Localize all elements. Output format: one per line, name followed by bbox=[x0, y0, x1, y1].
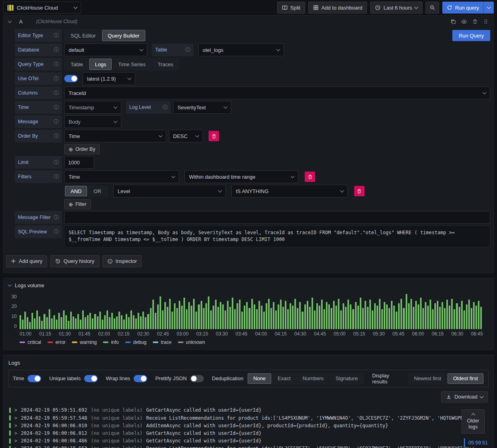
editor-type-sql-editor[interactable]: SQL Editor bbox=[65, 30, 101, 41]
add-filter-button[interactable]: ⊕ Filter bbox=[64, 199, 91, 209]
order-by-direction-select[interactable]: DESC bbox=[169, 130, 203, 142]
use-otel-toggle[interactable] bbox=[64, 75, 78, 82]
expand-log-icon[interactable]: > bbox=[14, 415, 17, 421]
columns-multiselect[interactable]: TraceId bbox=[64, 87, 490, 99]
dedup-exact[interactable]: Exact bbox=[272, 373, 296, 384]
add-query-button[interactable]: Add query bbox=[6, 255, 47, 267]
filter-operator-select[interactable]: Within dashboard time range bbox=[185, 170, 298, 183]
delete-query-trash-icon[interactable] bbox=[472, 19, 478, 24]
log-level-column-select[interactable]: SeverityText bbox=[173, 101, 231, 114]
plus-circle-icon: ⊕ bbox=[69, 201, 73, 207]
info-icon[interactable]: ⓘ bbox=[54, 62, 59, 67]
message-filter-input[interactable] bbox=[64, 211, 490, 224]
info-icon[interactable]: ⓘ bbox=[54, 76, 59, 81]
legend-item[interactable]: unknown bbox=[178, 339, 205, 345]
panel-run-query-button[interactable]: Run Query bbox=[452, 30, 490, 41]
conjunction-or[interactable]: OR bbox=[88, 186, 107, 196]
add-order-by-button[interactable]: ⊕ Order By bbox=[64, 144, 100, 154]
inspector-button[interactable]: Inspector bbox=[103, 255, 142, 267]
dedup-none[interactable]: None bbox=[248, 373, 271, 384]
download-button[interactable]: Download bbox=[441, 391, 488, 403]
duplicate-query-icon[interactable] bbox=[450, 19, 456, 24]
info-icon[interactable]: ⓘ bbox=[54, 91, 59, 96]
info-icon[interactable]: ⓘ bbox=[54, 33, 59, 38]
split-button[interactable]: Split bbox=[277, 2, 305, 14]
older-logs-button[interactable]: Older logs bbox=[461, 409, 485, 434]
expand-log-icon[interactable]: > bbox=[14, 438, 17, 444]
y-axis-tick: 30 bbox=[12, 294, 17, 300]
x-axis-tick: 05:15 bbox=[353, 331, 365, 337]
log-row[interactable]: >2024-02-19 05:59:51.692(no unique label… bbox=[9, 407, 493, 414]
expand-log-icon[interactable]: > bbox=[14, 446, 17, 448]
remove-order-by-button[interactable] bbox=[209, 131, 219, 141]
logs-volume-header[interactable]: Logs volume bbox=[4, 278, 493, 290]
log-row[interactable]: >2024-02-19 06:00:06.010(no unique label… bbox=[9, 422, 493, 429]
time-toggle[interactable] bbox=[28, 375, 41, 382]
remove-filter-button[interactable] bbox=[305, 172, 315, 182]
expand-log-icon[interactable]: > bbox=[14, 407, 17, 413]
editor-type-query-builder[interactable]: Query Builder bbox=[102, 30, 145, 41]
add-to-dashboard-button[interactable]: Add to dashboard bbox=[308, 2, 367, 14]
legend-label: error bbox=[55, 339, 65, 345]
prettify-json-toggle[interactable] bbox=[190, 375, 204, 382]
info-icon[interactable]: ⓘ bbox=[54, 134, 59, 139]
info-icon[interactable]: ⓘ bbox=[54, 105, 59, 110]
message-column-select[interactable]: Body bbox=[64, 115, 121, 128]
conjunction-and[interactable]: AND bbox=[65, 186, 87, 196]
info-icon[interactable]: ⓘ bbox=[54, 229, 59, 235]
query-type-time-series[interactable]: Time Series bbox=[112, 59, 151, 70]
log-row[interactable]: >2024-02-19 05:59:57.548(no unique label… bbox=[9, 414, 493, 422]
remove-condition-button[interactable] bbox=[354, 186, 365, 196]
table-select[interactable]: otel_logs bbox=[198, 43, 284, 56]
collapse-query-chevron-icon[interactable] bbox=[8, 19, 12, 23]
otel-version-select[interactable]: latest (1.2.9) bbox=[83, 72, 135, 85]
info-icon[interactable]: ⓘ bbox=[54, 160, 59, 165]
database-select[interactable]: default bbox=[64, 43, 147, 56]
legend-item[interactable]: info bbox=[103, 339, 118, 345]
limit-input[interactable] bbox=[64, 156, 94, 169]
query-type-traces[interactable]: Traces bbox=[152, 59, 179, 70]
dedup-signature[interactable]: Signature bbox=[330, 373, 363, 384]
query-row-header[interactable]: A (ClickHouse Cloud) bbox=[4, 16, 493, 28]
legend-item[interactable]: error bbox=[47, 339, 65, 345]
time-range-picker[interactable]: Last 6 hours bbox=[370, 2, 422, 14]
display-oldest-first[interactable]: Oldest first bbox=[448, 373, 483, 384]
info-icon[interactable]: ⓘ bbox=[54, 47, 59, 53]
log-row[interactable]: >2024-02-19 06:00:08.486(no unique label… bbox=[9, 437, 493, 445]
log-row[interactable]: >2024-02-19 06:00:18.663(no unique label… bbox=[9, 445, 493, 448]
query-history-button[interactable]: Query history bbox=[50, 255, 99, 267]
info-icon[interactable]: ⓘ bbox=[54, 174, 59, 180]
log-scroll-time[interactable]: 05:59:51 bbox=[462, 438, 488, 447]
info-icon[interactable]: ⓘ bbox=[185, 47, 191, 53]
info-icon[interactable]: ⓘ bbox=[54, 215, 59, 220]
order-by-field-select[interactable]: Time bbox=[64, 130, 166, 142]
legend-item[interactable]: debug bbox=[125, 339, 146, 345]
drag-handle-icon[interactable] bbox=[483, 19, 489, 24]
legend-item[interactable]: critical bbox=[20, 339, 41, 345]
expand-log-icon[interactable]: > bbox=[14, 423, 17, 428]
volume-bar bbox=[444, 308, 446, 329]
legend-item[interactable]: warning bbox=[72, 339, 97, 345]
zoom-out-button[interactable] bbox=[426, 2, 439, 14]
time-toggle-control: Time bbox=[13, 375, 41, 382]
hide-query-eye-icon[interactable] bbox=[461, 19, 467, 25]
query-type-logs[interactable]: Logs bbox=[89, 59, 112, 70]
collapse-panel-chevron-icon[interactable] bbox=[8, 283, 12, 287]
time-column-select[interactable]: Timestamp bbox=[64, 101, 121, 114]
dedup-numbers[interactable]: Numbers bbox=[297, 373, 329, 384]
run-query-button[interactable]: Run query bbox=[442, 2, 483, 14]
info-icon[interactable]: ⓘ bbox=[163, 105, 168, 110]
condition-operator-select[interactable]: IS ANYTHING bbox=[231, 185, 348, 197]
unique-labels-toggle[interactable] bbox=[84, 375, 98, 382]
query-type-table[interactable]: Table bbox=[65, 59, 89, 70]
filter-field-select[interactable]: Time bbox=[64, 170, 179, 183]
log-row[interactable]: >2024-02-19 06:00:06.012(no unique label… bbox=[9, 429, 493, 437]
display-newest-first[interactable]: Newest first bbox=[408, 373, 447, 384]
expand-log-icon[interactable]: > bbox=[14, 430, 17, 436]
legend-item[interactable]: trace bbox=[153, 339, 172, 345]
datasource-picker[interactable]: ClickHouse Cloud bbox=[3, 2, 81, 14]
condition-field-select[interactable]: Level bbox=[113, 185, 226, 197]
run-query-dropdown-button[interactable] bbox=[483, 2, 494, 14]
info-icon[interactable]: ⓘ bbox=[54, 119, 59, 124]
wrap-lines-toggle[interactable] bbox=[134, 375, 147, 382]
